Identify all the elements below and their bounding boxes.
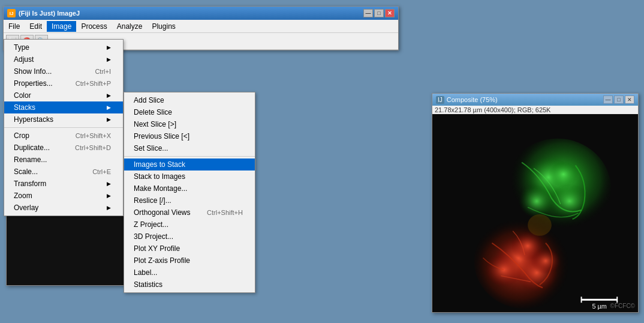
stacks-statistics[interactable]: Statistics (124, 279, 255, 291)
composite-restore[interactable]: □ (614, 95, 624, 104)
stacks-make-montage[interactable]: Make Montage... (124, 183, 255, 195)
menu-stacks[interactable]: Stacks (4, 101, 123, 113)
stacks-plot-xy[interactable]: Plot XY Profile (124, 243, 255, 255)
stacks-set-slice[interactable]: Set Slice... (124, 142, 255, 154)
stacks-images-to-stack[interactable]: Images to Stack (124, 158, 255, 171)
svg-point-13 (528, 214, 552, 236)
titlebar-controls: — □ ✕ (363, 9, 395, 17)
restore-button[interactable]: □ (374, 9, 384, 17)
separator-1 (4, 127, 123, 128)
composite-titlebar: IJ Composite (75%) — □ ✕ (432, 94, 638, 106)
minimize-button[interactable]: — (363, 9, 373, 17)
menu-rename[interactable]: Rename... (4, 154, 123, 166)
menu-duplicate[interactable]: Duplicate... Ctrl+Shift+D (4, 142, 123, 154)
stacks-submenu: Add Slice Delete Slice Next Slice [>] Pr… (124, 92, 255, 293)
menubar: File Edit Image Process Analyze Plugins (4, 20, 398, 33)
stacks-reslice[interactable]: Reslice [/]... (124, 195, 255, 207)
composite-window: IJ Composite (75%) — □ ✕ 21.78x21.78 µm … (432, 93, 639, 313)
composite-title: Composite (75%) (447, 96, 498, 103)
stacks-ortho-views[interactable]: Orthogonal Views Ctrl+Shift+H (124, 207, 255, 219)
stacks-label[interactable]: Label... (124, 267, 255, 279)
imagej-title: (Fiji Is Just) ImageJ (19, 10, 80, 17)
menu-show-info[interactable]: Show Info... Ctrl+I (4, 65, 123, 77)
close-button[interactable]: ✕ (385, 9, 395, 17)
composite-status: 21.78x21.78 µm (400x400); RGB; 625K (432, 106, 638, 114)
menu-analyze[interactable]: Analyze (112, 21, 148, 32)
stacks-prev-slice[interactable]: Previous Slice [<] (124, 130, 255, 142)
menu-process[interactable]: Process (76, 21, 112, 32)
menu-crop[interactable]: Crop Ctrl+Shift+X (4, 130, 123, 142)
imagej-icon: IJ (7, 9, 16, 17)
stacks-separator (124, 156, 255, 157)
menu-hyperstacks[interactable]: Hyperstacks (4, 113, 123, 125)
stacks-3d-project[interactable]: 3D Project... (124, 231, 255, 243)
menu-plugins[interactable]: Plugins (147, 21, 180, 32)
svg-text:5 µm: 5 µm (592, 303, 607, 310)
stacks-delete-slice[interactable]: Delete Slice (124, 106, 255, 118)
menu-edit[interactable]: Edit (25, 21, 47, 32)
cell-fluorescence-image: 5 µm (432, 114, 638, 312)
menu-file[interactable]: File (4, 21, 25, 32)
menu-transform[interactable]: Transform (4, 178, 123, 190)
stacks-add-slice[interactable]: Add Slice (124, 94, 255, 106)
dropdown-overlay: Type Adjust Show Info... Ctrl+I Properti… (4, 39, 124, 216)
menu-color[interactable]: Color (4, 89, 123, 101)
watermark: ©FCFC© (610, 303, 635, 309)
svg-point-6 (549, 162, 579, 188)
menu-adjust[interactable]: Adjust (4, 53, 123, 65)
menu-scale[interactable]: Scale... Ctrl+E (4, 166, 123, 178)
menu-properties[interactable]: Properties... Ctrl+Shift+P (4, 77, 123, 89)
titlebar-left: IJ (Fiji Is Just) ImageJ (7, 9, 80, 17)
menu-type[interactable]: Type (4, 41, 123, 53)
image-menu-dropdown: Type Adjust Show Info... Ctrl+I Properti… (4, 39, 124, 216)
stacks-z-project[interactable]: Z Project... (124, 219, 255, 231)
menu-zoom[interactable]: Zoom (4, 190, 123, 202)
svg-point-5 (519, 184, 555, 218)
composite-minimize[interactable]: — (603, 95, 613, 104)
imagej-titlebar: IJ (Fiji Is Just) ImageJ — □ ✕ (4, 7, 398, 20)
svg-point-12 (531, 248, 561, 274)
stacks-plot-z[interactable]: Plot Z-axis Profile (124, 255, 255, 267)
menu-overlay[interactable]: Overlay (4, 202, 123, 214)
composite-title-area: IJ Composite (75%) (436, 96, 498, 104)
composite-close[interactable]: ✕ (625, 95, 634, 104)
composite-image-area: 5 µm ©FCFC© (432, 114, 638, 312)
composite-titlebar-controls: — □ ✕ (603, 95, 634, 104)
composite-icon: IJ (436, 96, 444, 104)
imagej-window: IJ (Fiji Is Just) ImageJ — □ ✕ File Edit… (3, 6, 399, 50)
stacks-stack-to-images[interactable]: Stack to Images (124, 171, 255, 183)
menu-image[interactable]: Image (47, 21, 76, 32)
stacks-next-slice[interactable]: Next Slice [>] (124, 118, 255, 130)
